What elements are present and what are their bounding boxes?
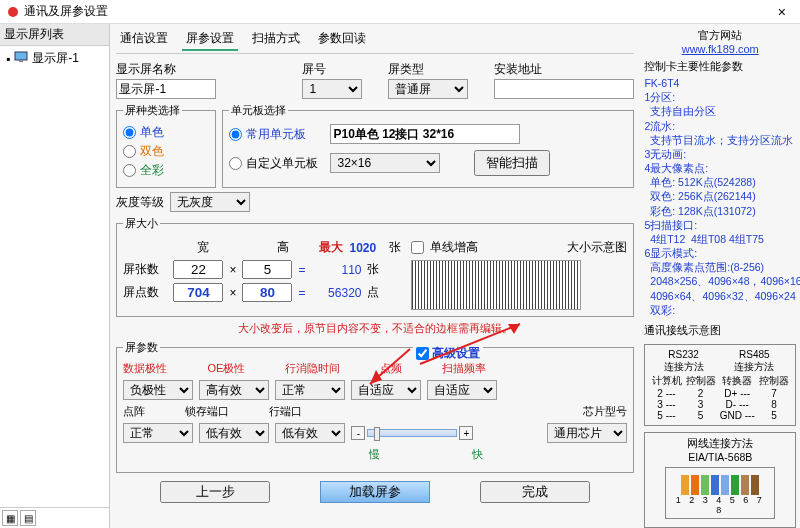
select-gray[interactable]: 无灰度 [170, 192, 250, 212]
input-points-h[interactable] [242, 283, 292, 302]
hdr-data-polarity: 数据极性 [123, 361, 167, 376]
radio-mono[interactable] [123, 126, 136, 139]
sel-oe-polarity[interactable]: 高有效 [199, 380, 269, 400]
sel-blank-time[interactable]: 正常 [275, 380, 345, 400]
cable-diagram: 网线连接方法 EIA/TIA-568B 1 2 3 4 5 6 7 8 [644, 432, 796, 528]
value-max: 1020 [349, 241, 389, 255]
label-sheets: 屏张数 [123, 261, 167, 278]
screen-tree[interactable]: ▪ 显示屏-1 [0, 46, 109, 507]
label-max: 最大 [313, 239, 349, 256]
slider-track[interactable] [367, 429, 457, 437]
input-sheets-h[interactable] [242, 260, 292, 279]
input-address[interactable] [494, 79, 634, 99]
label-dual: 双色 [140, 143, 164, 160]
speed-slider[interactable]: - + [351, 426, 473, 440]
value-sheets-total: 110 [311, 263, 361, 277]
cable-pin-numbers: 1 2 3 4 5 6 7 8 [669, 495, 771, 515]
label-fast: 快 [472, 447, 483, 462]
tree-item-label: 显示屏-1 [32, 50, 79, 67]
btn-smart-scan[interactable]: 智能扫描 [474, 150, 550, 176]
legend-unit: 单元板选择 [229, 103, 288, 118]
lbl-row-port: 行端口 [269, 404, 302, 419]
tab-scan[interactable]: 扫描方式 [248, 28, 304, 51]
sel-dotmatrix[interactable]: 正常 [123, 423, 193, 443]
label-screen-type: 屏类型 [388, 61, 488, 78]
btn-prev[interactable]: 上一步 [160, 481, 270, 503]
sel-chip[interactable]: 通用芯片 [547, 423, 627, 443]
select-screen-id[interactable]: 1 [302, 79, 362, 99]
label-wiring: 通讯接线示意图 [644, 323, 796, 338]
unit-point: 点 [367, 284, 379, 301]
sel-data-polarity[interactable]: 负极性 [123, 380, 193, 400]
warning-text: 大小改变后，原节目内容不变，不适合的边框需再编辑。 [116, 321, 634, 336]
label-address: 安装地址 [494, 61, 634, 78]
label-slow: 慢 [369, 447, 380, 462]
legend-kind: 屏种类选择 [123, 103, 182, 118]
hdr-scan-freq: 扫描频率 [442, 361, 486, 376]
app-icon [6, 5, 20, 19]
sel-row-port[interactable]: 低有效 [275, 423, 345, 443]
radio-custom-unit[interactable] [229, 157, 242, 170]
label-advanced: 高级设置 [432, 345, 480, 362]
label-points: 屏点数 [123, 284, 167, 301]
sel-latch-port[interactable]: 低有效 [199, 423, 269, 443]
label-mono: 单色 [140, 124, 164, 141]
input-points-w[interactable] [173, 283, 223, 302]
slider-thumb[interactable] [374, 427, 380, 441]
window-title: 通讯及屏参设置 [24, 3, 770, 20]
unit-sheet-1: 张 [389, 239, 401, 256]
input-common-unit[interactable] [330, 124, 520, 144]
radio-common-unit[interactable] [229, 128, 242, 141]
label-preview: 大小示意图 [567, 239, 627, 256]
sidebar-header: 显示屏列表 [0, 24, 109, 46]
hdr-oe-polarity: OE极性 [207, 361, 245, 376]
sidebar-btn-2[interactable]: ▤ [20, 510, 36, 526]
select-custom-unit[interactable]: 32×16 [330, 153, 440, 173]
svg-point-0 [8, 7, 18, 17]
label-common-unit: 常用单元板 [246, 126, 326, 143]
lbl-dotmatrix: 点阵 [123, 404, 145, 419]
lbl-latch-port: 锁存端口 [185, 404, 229, 419]
label-height: 高 [253, 239, 313, 256]
label-gray: 灰度等级 [116, 194, 164, 211]
value-points-total: 56320 [311, 286, 361, 300]
label-custom-unit: 自定义单元板 [246, 155, 326, 172]
slider-minus[interactable]: - [351, 426, 365, 440]
radio-dual[interactable] [123, 145, 136, 158]
hdr-blank-time: 行消隐时间 [285, 361, 340, 376]
label-width: 宽 [173, 239, 233, 256]
label-full: 全彩 [140, 162, 164, 179]
slider-plus[interactable]: + [459, 426, 473, 440]
input-screen-name[interactable] [116, 79, 216, 99]
input-sheets-w[interactable] [173, 260, 223, 279]
select-screen-type[interactable]: 普通屏 [388, 79, 468, 99]
tab-screen-params[interactable]: 屏参设置 [182, 28, 238, 51]
tab-readback[interactable]: 参数回读 [314, 28, 370, 51]
close-icon[interactable]: × [770, 4, 794, 20]
tree-bullet: ▪ [6, 52, 10, 66]
cable-standard: EIA/TIA-568B [649, 451, 791, 463]
sel-dot-freq[interactable]: 自适应 [351, 380, 421, 400]
chk-single-line[interactable] [411, 241, 424, 254]
size-preview [411, 260, 581, 310]
lbl-chip: 芯片型号 [583, 404, 627, 419]
chk-advanced[interactable] [416, 347, 429, 360]
card-info-text: FK-6T4 1分区: 支持自由分区 2流水: 支持节目流水；支持分区流水 3无… [644, 76, 796, 317]
label-screen-id: 屏号 [302, 61, 382, 78]
wiring-diagram: RS232RS485 连接方法连接方法 计算机控制器转换器控制器 2 ---2D… [644, 344, 796, 426]
sel-scan-freq[interactable]: 自适应 [427, 380, 497, 400]
tree-item-screen1[interactable]: ▪ 显示屏-1 [2, 48, 107, 69]
label-card-params: 控制卡主要性能参数 [644, 59, 796, 74]
link-official-site[interactable]: www.fk189.com [682, 43, 759, 55]
monitor-icon [14, 51, 28, 66]
radio-full[interactable] [123, 164, 136, 177]
btn-done[interactable]: 完成 [480, 481, 590, 503]
hdr-dot-freq: 点频 [380, 361, 402, 376]
tab-comm[interactable]: 通信设置 [116, 28, 172, 51]
btn-load-params[interactable]: 加载屏参 [320, 481, 430, 503]
svg-rect-1 [15, 52, 27, 60]
sidebar-btn-1[interactable]: ▦ [2, 510, 18, 526]
label-single-line: 单线增高 [430, 239, 478, 256]
label-official-site: 官方网站 [644, 28, 796, 43]
legend-size: 屏大小 [123, 216, 160, 231]
